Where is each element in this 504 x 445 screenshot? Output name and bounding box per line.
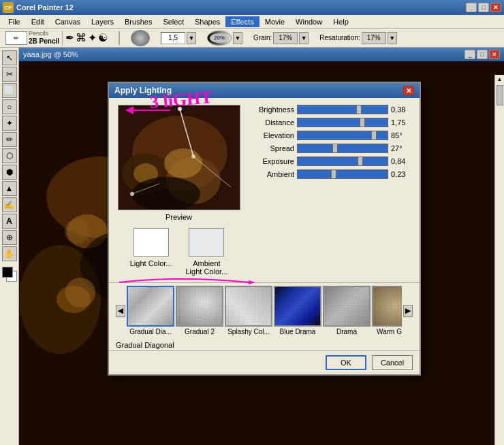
spread-thumb[interactable]: [332, 144, 338, 153]
preset-thumb-warm-globe[interactable]: [372, 286, 402, 327]
preset-grain-3: [226, 287, 271, 325]
preset-thumb-splashy[interactable]: [225, 286, 272, 327]
apply-lighting-dialog: Apply Lighting ✕ 3 liGHT: [108, 82, 421, 376]
menu-effects[interactable]: Effects: [225, 16, 259, 27]
menu-help[interactable]: Help: [328, 16, 354, 27]
canvas-title-buttons[interactable]: _ □ ✕: [464, 50, 500, 59]
exposure-thumb[interactable]: [358, 156, 363, 166]
svg-line-21: [132, 184, 159, 194]
tool-select[interactable]: ↖: [2, 50, 17, 65]
swatches-row: Light Color... AmbientLight Color...: [130, 228, 228, 276]
title-bar-buttons[interactable]: _ □ ✕: [466, 3, 501, 12]
scroll-up-button[interactable]: ▲: [496, 75, 504, 84]
svg-point-7: [65, 219, 89, 244]
brush-icon: ✏: [5, 31, 27, 45]
resaturation-dropdown[interactable]: ▼: [388, 32, 397, 44]
cancel-button[interactable]: Cancel: [372, 355, 413, 370]
preset-thumb-blue-drama[interactable]: [274, 286, 321, 327]
grain-dropdown[interactable]: ▼: [299, 32, 309, 44]
tool-transform[interactable]: ⬜: [2, 83, 17, 98]
dialog-close-button[interactable]: ✕: [403, 86, 414, 95]
brightness-thumb[interactable]: [356, 105, 362, 114]
scroll-right-button[interactable]: ▶: [403, 305, 413, 317]
opacity-control[interactable]: 20% ▼: [207, 31, 242, 46]
preset-name-2: Gradual 2: [185, 328, 215, 335]
preset-drama[interactable]: Drama: [323, 286, 371, 335]
canvas-minimize[interactable]: _: [464, 50, 475, 59]
tool-pen[interactable]: ✦: [2, 116, 17, 131]
tool-crop[interactable]: ✂: [2, 67, 17, 82]
tool-fill[interactable]: ⬡: [2, 148, 17, 163]
opacity-dropdown[interactable]: ▼: [233, 32, 242, 44]
tool-shape[interactable]: ○: [2, 99, 17, 114]
brightness-row: Brightness 0,38: [250, 105, 413, 114]
tool-text[interactable]: A: [2, 214, 17, 229]
preset-gradual-diagonal[interactable]: Gradual Dia...: [127, 286, 174, 335]
svg-line-17: [180, 109, 193, 156]
menu-brushes[interactable]: Brushes: [119, 16, 157, 27]
canvas-area: yaaa.jpg @ 50% _ □ ✕: [19, 48, 504, 445]
size-input[interactable]: [161, 32, 185, 44]
ambient-slider[interactable]: [297, 169, 388, 179]
canvas-title-bar: yaaa.jpg @ 50% _ □ ✕: [19, 48, 504, 61]
canvas-maximize[interactable]: □: [477, 50, 488, 59]
presets-strip: Gradual Dia... Gradual 2: [127, 286, 402, 335]
menu-edit[interactable]: Edit: [26, 16, 50, 27]
app-icon: CP: [3, 2, 14, 13]
menu-shapes[interactable]: Shapes: [189, 16, 225, 27]
ambient-thumb[interactable]: [331, 169, 336, 179]
canvas-scroll-right[interactable]: ▲: [494, 75, 504, 445]
preset-gradual2[interactable]: Gradual 2: [176, 286, 223, 335]
resaturation-control[interactable]: Resaturation: 17% ▼: [319, 32, 396, 44]
canvas-close[interactable]: ✕: [489, 50, 500, 59]
canvas-title: yaaa.jpg @ 50%: [23, 50, 78, 59]
size-control[interactable]: ▼: [161, 32, 196, 44]
elevation-thumb[interactable]: [371, 131, 377, 140]
preset-thumb-drama[interactable]: [323, 286, 371, 327]
brush-selector[interactable]: ✏ Pencils 2B Pencil: [3, 31, 63, 46]
scroll-thumb[interactable]: [497, 85, 503, 105]
menu-select[interactable]: Select: [157, 16, 189, 27]
preset-thumb-gradual2[interactable]: [176, 286, 223, 327]
brush-info: Pencils 2B Pencil: [29, 30, 59, 46]
menu-layers[interactable]: Layers: [86, 16, 119, 27]
minimize-button[interactable]: _: [466, 3, 477, 12]
elevation-slider[interactable]: [297, 131, 388, 140]
menu-movie[interactable]: Movie: [259, 16, 290, 27]
tool-hand[interactable]: ✋: [2, 246, 17, 261]
selected-preset-name: Gradual Diagonal: [116, 341, 174, 349]
dialog-title: Apply Lighting: [114, 86, 172, 95]
light-color-box[interactable]: [133, 228, 169, 257]
tool-eraser[interactable]: ⬢: [2, 165, 17, 180]
ok-button[interactable]: OK: [326, 355, 366, 370]
tool-zoom[interactable]: ⊕: [2, 230, 17, 245]
preset-name-4: Blue Drama: [280, 328, 316, 335]
menu-file[interactable]: File: [3, 16, 26, 27]
preset-warm-globe[interactable]: Warm Globe: [372, 286, 402, 335]
exposure-slider[interactable]: [297, 156, 388, 166]
tool-paint[interactable]: ✍: [2, 197, 17, 212]
tool-brush[interactable]: ✏: [2, 132, 17, 147]
maximize-button[interactable]: □: [478, 3, 489, 12]
menu-canvas[interactable]: Canvas: [50, 16, 86, 27]
scroll-left-button[interactable]: ◀: [116, 305, 125, 317]
ambient-color-box[interactable]: [189, 228, 224, 257]
grain-control[interactable]: Grain: 17% ▼: [253, 32, 309, 44]
brightness-slider[interactable]: [297, 105, 388, 114]
light-color-label: Light Color...: [130, 259, 172, 267]
preset-blue-drama[interactable]: Blue Drama: [274, 286, 321, 335]
selected-preset-label: Gradual Diagonal: [109, 338, 420, 350]
spread-slider[interactable]: [297, 144, 388, 153]
distance-slider[interactable]: [297, 118, 388, 127]
foreground-color[interactable]: [2, 267, 17, 282]
preset-splashy[interactable]: Splashy Col...: [225, 286, 272, 335]
preset-thumb-gradual-diagonal[interactable]: [127, 286, 174, 327]
distance-thumb[interactable]: [360, 118, 365, 127]
brush-variant: 2B Pencil: [29, 37, 59, 46]
size-dropdown[interactable]: ▼: [187, 32, 196, 44]
close-button[interactable]: ✕: [490, 3, 501, 12]
menu-bar: File Edit Canvas Layers Brushes Select S…: [0, 15, 504, 29]
tool-clone[interactable]: ▲: [2, 181, 17, 196]
brush-shape-preview: [131, 30, 150, 46]
menu-window[interactable]: Window: [290, 16, 328, 27]
